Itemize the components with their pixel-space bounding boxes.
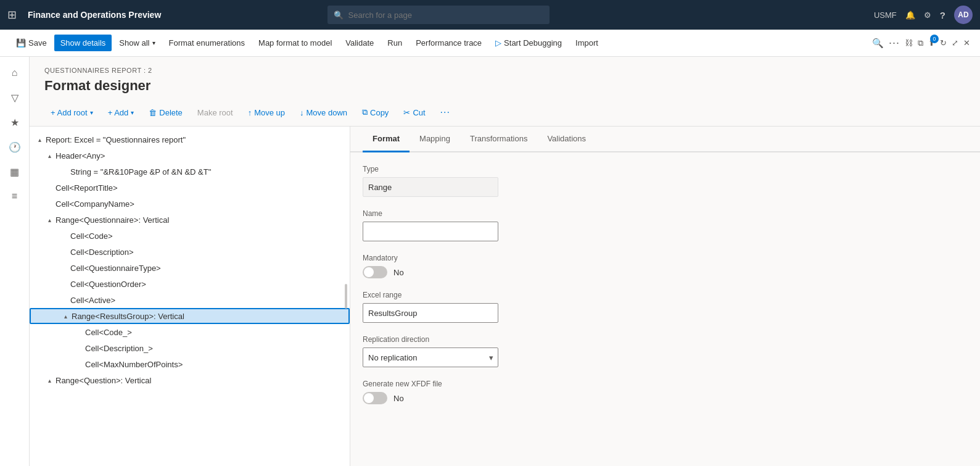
top-nav-right: USMF 🔔 ⚙ ? AD — [874, 6, 973, 24]
compare-icon[interactable]: ⧉ — [918, 38, 923, 48]
performance-trace-button[interactable]: Performance trace — [410, 35, 488, 51]
settings-icon[interactable]: ⚙ — [924, 10, 931, 20]
username-label: USMF — [874, 10, 897, 20]
debug-icon: ▷ — [495, 38, 501, 48]
app-title: Finance and Operations Preview — [28, 10, 161, 20]
search-input[interactable] — [348, 10, 543, 20]
validate-button[interactable]: Validate — [339, 35, 380, 51]
close-button[interactable]: ✕ — [963, 38, 970, 48]
import-button[interactable]: Import — [569, 35, 604, 51]
open-new-icon[interactable]: ⤢ — [952, 38, 958, 48]
bell-icon[interactable]: 🔔 — [905, 10, 915, 20]
search-bar[interactable]: 🔍 — [327, 6, 550, 24]
avatar[interactable]: AD — [954, 6, 973, 24]
save-icon: 💾 — [16, 38, 26, 48]
map-format-to-model-button[interactable]: Map format to model — [252, 35, 338, 51]
run-button[interactable]: Run — [381, 35, 408, 51]
show-details-button[interactable]: Show details — [54, 35, 112, 51]
start-debugging-button[interactable]: ▷ Start Debugging — [489, 35, 568, 51]
format-enumerations-button[interactable]: Format enumerations — [163, 35, 252, 51]
search-icon: 🔍 — [334, 10, 344, 20]
command-bar: 💾 Save Show details Show all ▾ Format en… — [0, 30, 980, 57]
more-cmd-icon[interactable]: ··· — [889, 36, 900, 49]
top-nav: ⊞ Finance and Operations Preview 🔍 USMF … — [0, 0, 980, 30]
save-button[interactable]: 💾 Save — [10, 35, 53, 51]
search-cmd-icon[interactable]: 🔍 — [872, 38, 884, 49]
help-icon[interactable]: ? — [940, 10, 945, 20]
connections-icon[interactable]: ⛓ — [905, 38, 913, 48]
restore-icon[interactable]: ↻ — [940, 38, 947, 48]
show-all-chevron-icon: ▾ — [152, 40, 155, 46]
show-all-button[interactable]: Show all ▾ — [113, 35, 161, 51]
app-grid-icon[interactable]: ⊞ — [7, 8, 17, 22]
